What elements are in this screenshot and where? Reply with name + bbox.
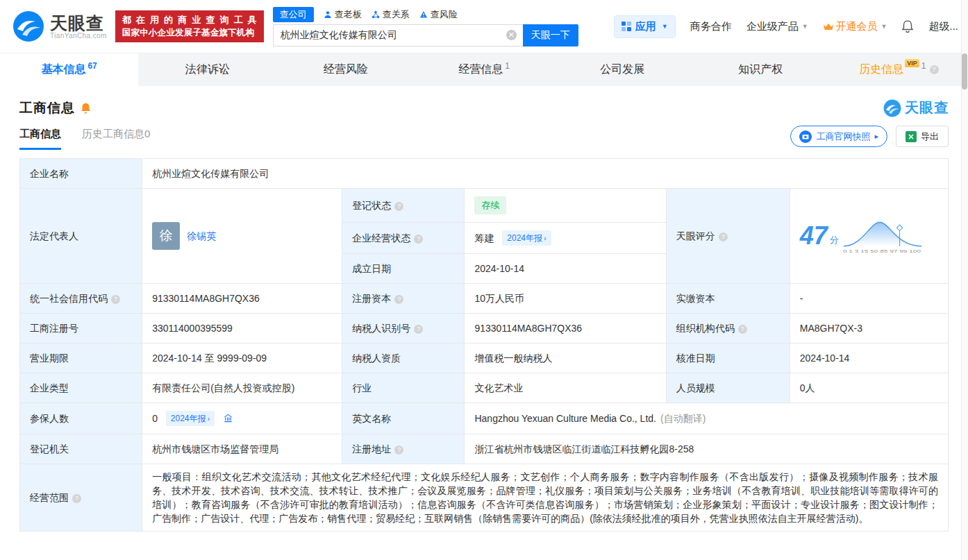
chevron-right-icon: › [544, 231, 546, 245]
search-input[interactable] [273, 24, 523, 46]
annual-report-badge[interactable]: 2024年报› [502, 230, 551, 246]
tab-count: 67 [87, 61, 97, 71]
help-icon[interactable]: ? [930, 65, 939, 74]
field-label: 企业名称 [20, 159, 142, 189]
social-insurance-icon[interactable] [223, 413, 233, 423]
tab-intellectual-property[interactable]: 知识产权 [692, 53, 830, 86]
search-button[interactable]: 天眼一下 [523, 24, 578, 46]
subscribe-bell-icon[interactable] [80, 102, 92, 114]
search-tab-risk[interactable]: 查风险 [419, 8, 458, 21]
field-label: 英文名称 [342, 403, 465, 434]
nav-business-cooperation[interactable]: 商务合作 [690, 20, 732, 33]
export-button[interactable]: 导出 [896, 126, 949, 147]
field-value: 0人 [790, 373, 948, 403]
notification-bell-icon[interactable] [901, 19, 914, 33]
top-header: 天眼查 TianYanCha.com 都在用的商业查询工具 国家中小企业发展子基… [0, 0, 968, 53]
field-value: 0 2024年报› [142, 403, 342, 434]
nav-open-vip[interactable]: 开通会员 ▼ [823, 20, 887, 33]
field-label: 统一社会信用代码? [20, 284, 142, 314]
help-icon[interactable]: ? [394, 446, 403, 455]
search-tab-boss[interactable]: 查老板 [324, 8, 362, 21]
field-label: 行业 [342, 373, 465, 403]
apps-menu[interactable]: 应用 ▼ [614, 15, 676, 38]
field-label: 注册地址? [342, 434, 465, 464]
tab-operational-risk[interactable]: 经营风险 [276, 53, 415, 86]
field-label: 实缴资本 [666, 284, 790, 314]
tab-legal-proceedings[interactable]: 法律诉讼 [138, 53, 276, 86]
nav-super-vip[interactable]: 超级... [928, 20, 958, 33]
help-icon[interactable]: ? [111, 295, 120, 304]
promo-banner[interactable]: 都在用的商业查询工具 国家中小企业发展子基金旗下机构 [115, 10, 264, 42]
row-business-scope: 经营范围? 一般项目：组织文化艺术交流活动；其他文化艺术经纪代理；文化娱乐经纪人… [20, 464, 949, 532]
field-label: 企业经营状态? [342, 223, 465, 254]
field-label: 核准日期 [666, 343, 790, 373]
field-label: 注册资本? [342, 284, 465, 314]
score-value: 47 [800, 222, 828, 250]
row-company-name: 企业名称 杭州业煊文化传媒有限公司 [20, 159, 949, 189]
help-icon[interactable]: ? [394, 202, 403, 211]
search-tab-relation[interactable]: 查关系 [372, 8, 410, 21]
field-value: Hangzhou Yexuan Culture Media Co., Ltd.(… [465, 403, 949, 434]
tab-company-development[interactable]: 公司发展 [553, 53, 692, 86]
subtab-business-info[interactable]: 工商信息 [19, 128, 61, 150]
help-icon[interactable]: ? [719, 232, 728, 241]
field-label: 天眼评分? [666, 189, 790, 284]
chevron-right-icon: › [208, 411, 210, 425]
help-icon[interactable]: ? [394, 295, 403, 304]
person-icon [324, 10, 332, 19]
field-value: 杭州市钱塘区市场监督管理局 [142, 434, 342, 464]
legal-rep-link[interactable]: 徐锡英 [187, 229, 216, 243]
nav-enterprise-products[interactable]: 企业级产品 ▼ [746, 20, 808, 33]
field-value: 91330114MA8GH7QX36 [142, 284, 342, 314]
field-label: 参保人数 [20, 403, 142, 434]
row-insured-count: 参保人数 0 2024年报› 英文名称 Hangzhou Yexuan Cult… [20, 403, 949, 434]
field-label: 法定代表人 [20, 189, 142, 284]
row-legal-rep: 法定代表人 徐 徐锡英 登记状态? 存续 天眼评分? 47 分 [20, 189, 949, 223]
row-registration-number: 工商注册号 330114000395599 纳税人识别号? 91330114MA… [20, 314, 949, 343]
chevron-down-icon: ▼ [881, 23, 887, 30]
wave-logo-icon [883, 99, 901, 117]
scrollbar[interactable] [961, 0, 968, 560]
tianyancha-company-page: 天眼查 TianYanCha.com 都在用的商业查询工具 国家中小企业发展子基… [0, 0, 968, 532]
field-label: 经营范围? [20, 464, 142, 532]
clear-icon[interactable]: ✕ [506, 30, 517, 40]
field-value: - [790, 284, 948, 314]
scrollbar-thumb[interactable] [962, 53, 967, 90]
row-company-type: 企业类型 有限责任公司(自然人投资或控股) 行业 文化艺术业 人员规模 0人 [20, 373, 949, 403]
row-business-term: 营业期限 2024-10-14 至 9999-09-09 纳税人资质 增值税一般… [20, 343, 949, 373]
status-badge: 存续 [474, 196, 506, 214]
field-label: 工商注册号 [20, 314, 142, 343]
tab-business-info[interactable]: 经营信息1 [415, 53, 553, 86]
business-info-table: 企业名称 杭州业煊文化传媒有限公司 法定代表人 徐 徐锡英 登记状态? 存续 天… [19, 158, 949, 532]
chevron-down-icon: ▼ [662, 23, 668, 30]
help-icon[interactable]: ? [72, 494, 81, 503]
field-label: 成立日期 [342, 254, 465, 284]
field-value: 2024-10-14 [465, 254, 666, 284]
tab-history-info[interactable]: 历史信息 VIP 1 ? [830, 53, 968, 86]
field-value: 一般项目：组织文化艺术交流活动；其他文化艺术经纪代理；文化娱乐经纪人服务；文艺创… [142, 464, 949, 532]
field-value: 文化艺术业 [465, 373, 666, 403]
annual-report-badge[interactable]: 2024年报› [166, 411, 215, 426]
relation-icon [372, 10, 380, 19]
avatar[interactable]: 徐 [152, 222, 180, 250]
subtabs-row: 工商信息 历史工商信息0 工商官网快照 ▸ 导出 [19, 126, 949, 151]
score-cell: 47 分 0 1 3 15 50 8 [790, 189, 948, 284]
help-icon[interactable]: ? [414, 325, 423, 334]
legal-rep-cell: 徐 徐锡英 [142, 189, 342, 284]
search-tab-company[interactable]: 查公司 [273, 7, 314, 22]
help-icon[interactable]: ? [738, 325, 747, 334]
field-value: 存续 [465, 189, 666, 223]
tab-basic-info[interactable]: 基本信息67 [0, 53, 138, 86]
excel-icon [906, 131, 917, 142]
promo-line2: 国家中小企业发展子基金旗下机构 [122, 26, 257, 39]
top-nav: 应用 ▼ 商务合作 企业级产品 ▼ 开通会员 ▼ 超级... [614, 15, 958, 38]
snapshot-button[interactable]: 工商官网快照 ▸ [790, 126, 887, 147]
subtab-history-business-info[interactable]: 历史工商信息0 [82, 128, 150, 150]
chevron-down-icon: ▼ [802, 23, 808, 30]
search-bar: ✕ 天眼一下 [273, 24, 578, 46]
field-label: 组织机构代码? [666, 314, 790, 343]
brand-logo[interactable]: 天眼查 TianYanCha.com [12, 10, 107, 42]
help-icon[interactable]: ? [414, 235, 423, 244]
chevron-right-icon: ▸ [874, 132, 878, 141]
field-label: 登记机关 [20, 434, 142, 464]
